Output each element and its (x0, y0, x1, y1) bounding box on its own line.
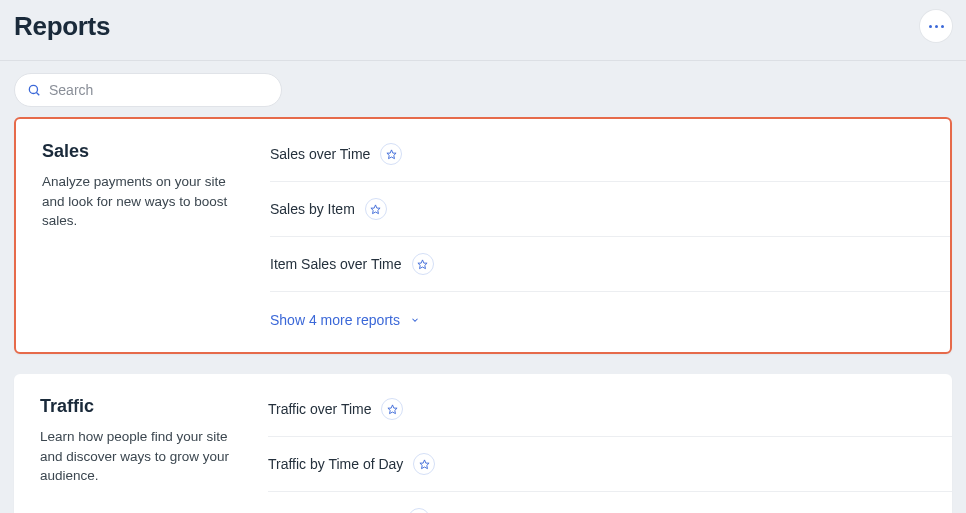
page-header: Reports (0, 0, 966, 61)
report-link[interactable]: Traffic by Time of Day (268, 456, 403, 472)
show-more-button[interactable]: Show 4 more reports (270, 292, 950, 330)
svg-marker-5 (388, 404, 397, 413)
category-title: Traffic (40, 396, 244, 417)
search-bar-wrap (0, 61, 966, 117)
chevron-down-icon (410, 315, 420, 325)
search-box[interactable] (14, 73, 282, 107)
report-link[interactable]: Sales by Item (270, 201, 355, 217)
svg-marker-6 (420, 459, 429, 468)
report-link[interactable]: Traffic over Time (268, 401, 371, 417)
star-icon (417, 259, 428, 270)
show-more-label: Show 4 more reports (270, 312, 400, 328)
report-list: Sales over Time Sales by Item Item Sales… (270, 141, 950, 330)
favorite-button[interactable] (365, 198, 387, 220)
search-icon (27, 83, 41, 97)
category-description: Analyze payments on your site and look f… (42, 172, 246, 231)
report-row: Traffic by Time of Day (268, 437, 952, 492)
more-actions-button[interactable] (920, 10, 952, 42)
star-icon (387, 404, 398, 415)
report-link[interactable]: Item Sales over Time (270, 256, 402, 272)
report-row: Traffic by Entry Page (268, 492, 952, 513)
category-list: Sales Analyze payments on your site and … (0, 117, 966, 513)
category-summary: Sales Analyze payments on your site and … (42, 141, 270, 330)
favorite-button[interactable] (408, 508, 430, 513)
report-row: Traffic over Time (268, 396, 952, 437)
svg-line-1 (36, 92, 39, 95)
star-icon (370, 204, 381, 215)
category-card-sales: Sales Analyze payments on your site and … (14, 117, 952, 354)
svg-marker-4 (418, 259, 427, 268)
report-row: Sales by Item (270, 182, 950, 237)
favorite-button[interactable] (412, 253, 434, 275)
search-input[interactable] (49, 82, 269, 98)
svg-marker-2 (387, 149, 396, 158)
star-icon (419, 459, 430, 470)
favorite-button[interactable] (413, 453, 435, 475)
report-link[interactable]: Sales over Time (270, 146, 370, 162)
category-description: Learn how people find your site and disc… (40, 427, 244, 486)
category-summary: Traffic Learn how people find your site … (40, 396, 268, 513)
report-row: Sales over Time (270, 141, 950, 182)
page-title: Reports (14, 11, 110, 42)
favorite-button[interactable] (380, 143, 402, 165)
report-row: Item Sales over Time (270, 237, 950, 292)
favorite-button[interactable] (381, 398, 403, 420)
svg-point-0 (29, 85, 37, 93)
svg-marker-3 (371, 204, 380, 213)
category-card-traffic: Traffic Learn how people find your site … (14, 374, 952, 513)
category-title: Sales (42, 141, 246, 162)
more-icon (929, 25, 944, 28)
star-icon (386, 149, 397, 160)
report-list: Traffic over Time Traffic by Time of Day… (268, 396, 952, 513)
